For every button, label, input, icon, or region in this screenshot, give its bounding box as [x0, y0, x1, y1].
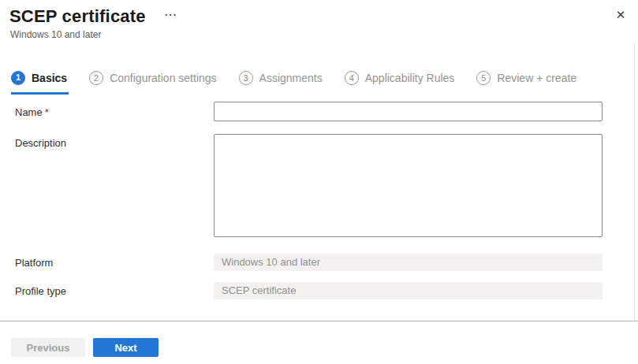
tab-configuration-settings[interactable]: 2 Configuration settings: [89, 68, 218, 95]
more-options-button[interactable]: ···: [160, 6, 182, 24]
description-label: Description: [15, 137, 66, 149]
previous-button[interactable]: Previous: [11, 338, 85, 357]
required-asterisk: *: [45, 106, 49, 118]
platform-subtitle: Windows 10 and later: [10, 29, 101, 40]
tab-basics[interactable]: 1 Basics: [11, 68, 69, 95]
close-button[interactable]: ✕: [612, 6, 629, 24]
step-number-badge: 4: [345, 71, 359, 85]
step-number-badge: 1: [11, 71, 25, 85]
description-input[interactable]: [214, 134, 603, 237]
scroll-rail-divider: [634, 43, 635, 321]
tab-assignments[interactable]: 3 Assignments: [239, 68, 324, 95]
step-number-badge: 5: [476, 71, 491, 85]
name-label: Name*: [15, 106, 49, 118]
close-icon: ✕: [616, 8, 626, 21]
tab-applicability-rules[interactable]: 4 Applicability Rules: [345, 68, 457, 95]
footer-divider: [0, 321, 638, 321]
wizard-step-tabs: 1 Basics 2 Configuration settings 3 Assi…: [11, 68, 578, 95]
profile-type-value-field: SCEP certificate: [214, 282, 603, 299]
profile-type-label: Profile type: [15, 285, 66, 297]
tab-label: Basics: [32, 72, 67, 84]
platform-value-field: Windows 10 and later: [214, 254, 603, 271]
tab-label: Configuration settings: [110, 72, 216, 84]
tab-label: Assignments: [259, 72, 323, 84]
page-title: SCEP certificate: [9, 6, 146, 27]
tab-label: Review + create: [497, 72, 576, 84]
scep-certificate-wizard-panel: SCEP certificate ··· ✕ Windows 10 and la…: [0, 0, 638, 364]
tab-review-create[interactable]: 5 Review + create: [476, 68, 578, 95]
ellipsis-icon: ···: [165, 9, 177, 20]
next-button[interactable]: Next: [93, 338, 159, 357]
tab-label: Applicability Rules: [365, 72, 455, 84]
step-number-badge: 2: [89, 71, 103, 85]
step-number-badge: 3: [239, 71, 253, 85]
platform-label: Platform: [15, 257, 53, 269]
name-input[interactable]: [214, 102, 603, 121]
